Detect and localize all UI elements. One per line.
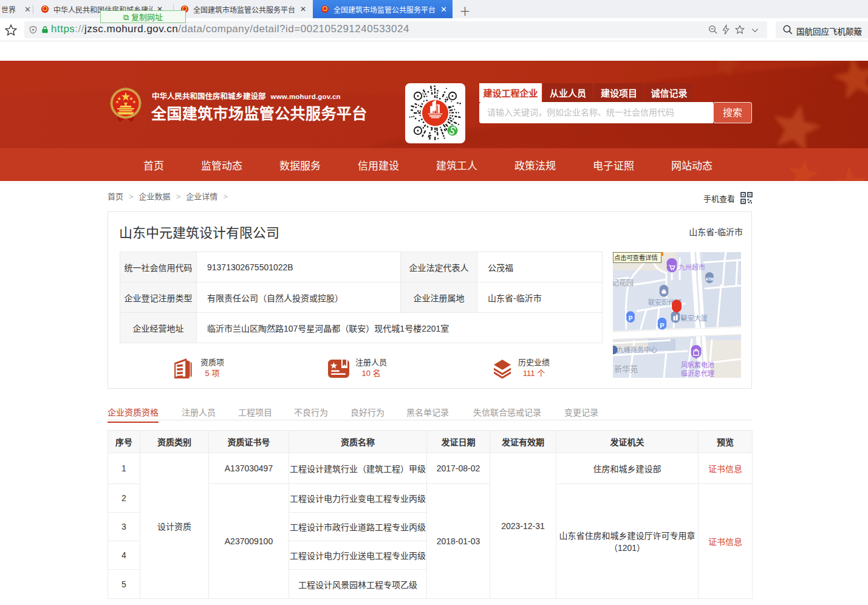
svg-text:风帆蓄电池: 风帆蓄电池 (681, 361, 714, 369)
svg-text:联安大厦: 联安大厦 (681, 314, 708, 322)
svg-text:九州超市: 九州超市 (678, 263, 705, 271)
svg-text:P: P (660, 322, 664, 329)
svg-text:临沂总代理: 临沂总代理 (681, 369, 714, 377)
svg-text:记花园: 记花园 (613, 278, 634, 287)
svg-text:P: P (629, 315, 633, 322)
svg-text:九峰商务中心: 九峰商务中心 (617, 346, 657, 354)
svg-text:新华苑: 新华苑 (614, 364, 638, 374)
svg-text:ATM: ATM (705, 277, 714, 281)
